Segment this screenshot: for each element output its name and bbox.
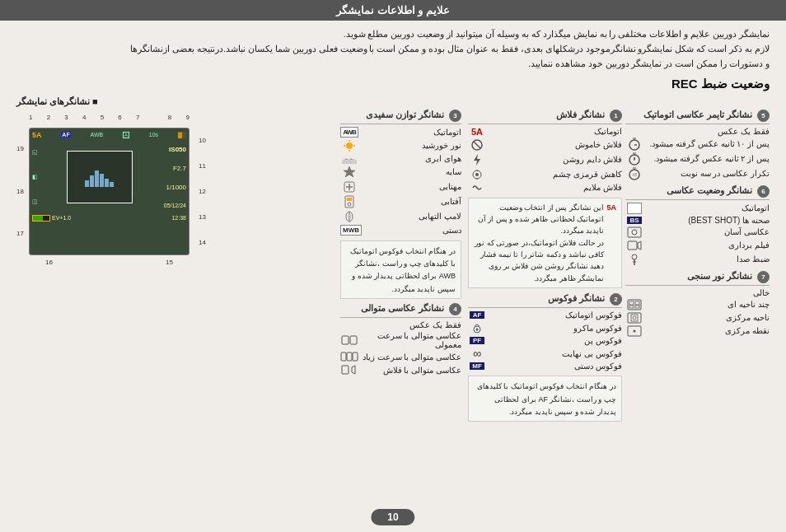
svg-point-29 — [634, 329, 636, 332]
timer-row-4: تکرار عکاسی در سه نوبت 3× — [625, 167, 770, 180]
pm-r4-icon — [625, 240, 643, 251]
cam-num-1: 1 — [29, 114, 32, 121]
cam-num-4: 4 — [82, 114, 86, 121]
pm-row-3: عکاسی آسان — [625, 226, 770, 238]
wb-r5-icon — [340, 180, 358, 194]
col-flash-focus: 1 نشانگر فلاش اتوماتیک 5A فلاش خاموش — [465, 110, 625, 422]
lcd-battery-bar — [32, 215, 50, 222]
flash-row-5: فلاش ملایم — [468, 183, 622, 193]
focus-title-text: نشانگر فوکوس — [548, 293, 605, 303]
pm-r5-icon — [625, 253, 643, 266]
focus-num: 2 — [610, 293, 622, 306]
svg-rect-24 — [635, 306, 639, 308]
pm-r2-text: صحنه ها (BEST SHOT) — [647, 216, 770, 225]
indicators-section-label: ■ نشانگرهای نمایشگر — [16, 96, 770, 107]
svg-point-39 — [346, 142, 353, 149]
flash-title-text: نشانگر فلاش — [556, 110, 605, 119]
svg-marker-16 — [638, 241, 641, 250]
pf-icon: PF — [470, 337, 484, 344]
focus-panel-title: 2 نشانگر فوکوس — [468, 293, 622, 308]
lcd-icon-af: AF — [61, 132, 70, 138]
pm-row-2: صحنه ها (BEST SHOT) BS — [625, 216, 770, 225]
svg-rect-56 — [347, 352, 352, 361]
lcd-timer-val: 10s — [149, 132, 158, 138]
cam-top-nums: 1 2 3 4 5 6 7 8 9 — [29, 114, 189, 121]
lcd-bot-row-1: EV+1.0 12:38 — [32, 215, 186, 222]
hist-3 — [95, 170, 99, 187]
flash-r2-icon — [468, 138, 486, 152]
auto-square-icon — [627, 203, 642, 214]
camera-lcd: 5A AF AWB A 10s ▓░ ◱ — [29, 128, 189, 255]
timer-panel-title: 5 نشانگر تایمر عکاسی اتوماتیک — [625, 110, 770, 124]
timer-r1-text: فقط یک عکس — [625, 127, 770, 136]
timer-title-text: نشانگر تایمر عکاسی اتوماتیک — [643, 110, 752, 119]
mwb-icon: MWB — [340, 225, 362, 236]
svg-rect-54 — [350, 336, 357, 344]
focus-row-4: فوکوس بی نهایت ∞ — [468, 347, 622, 360]
light-row-2: چند ناحیه ای — [625, 299, 770, 310]
wb-title-text: نشانگر توازن سفیدی — [366, 110, 444, 119]
flash-row-4: کاهش قرمزی چشم — [468, 168, 622, 181]
lcd-vf-container — [47, 140, 152, 214]
svg-point-34 — [475, 173, 479, 176]
flash-panel: 1 نشانگر فلاش اتوماتیک 5A فلاش خاموش — [468, 110, 622, 193]
lcd-ev-val: EV+1.0 — [52, 215, 71, 221]
lcd-shutter: 1/1000 — [152, 184, 186, 191]
wb-r6-icon — [340, 195, 358, 208]
cam-bn-15: 15 — [166, 259, 173, 266]
intro-line1: نمایشگر دوربین علایم و اطلاعات مختلفی را… — [16, 27, 770, 42]
af-icon: AF — [470, 311, 484, 319]
timer-row-2: پس از ۱۰ ثانیه عکس گرفته میشود. — [625, 138, 770, 151]
light-num: 7 — [757, 271, 770, 283]
cont-row-1: فقط یک عکس — [340, 320, 461, 329]
svg-rect-57 — [353, 352, 358, 361]
wb-r7-icon — [340, 210, 358, 223]
flash-row-3: فلاش دایم روشن — [468, 153, 622, 166]
timer-row-3: پس از ۲ ثانیه عکس گرفته میشود. 2 — [625, 152, 770, 166]
light-r4-icon — [625, 325, 643, 337]
svg-rect-22 — [635, 301, 639, 305]
lcd-mid-row: ◱ ◧ ◫ — [30, 140, 189, 214]
cam-num-9: 9 — [185, 114, 189, 121]
wb-row-8: دستی MWB — [340, 225, 461, 236]
wb-row-1: اتوماتیک AWB — [340, 127, 461, 138]
timer-num: 5 — [757, 110, 770, 122]
cam-num-2: 2 — [47, 114, 50, 121]
focus-r2-icon — [468, 321, 486, 334]
lcd-date: 05/12/24 — [152, 203, 186, 208]
cam-num-3: 3 — [64, 114, 68, 121]
timer-r4-text: تکرار عکاسی در سه نوبت — [647, 169, 770, 178]
wb-row-4: سایه — [340, 166, 461, 179]
page-num-text: 10 — [387, 511, 398, 523]
col-wb-cont: 3 نشانگر توازن سفیدی اتوماتیک AWB نور خو… — [337, 110, 465, 422]
lcd-top-row: 5A AF AWB A 10s ▓░ — [32, 131, 186, 139]
pm-row-5: ضبط صدا — [625, 253, 770, 266]
mf-icon: MF — [470, 362, 484, 370]
cam-num-8: 8 — [168, 114, 171, 121]
cam-num-7: 7 — [136, 114, 139, 121]
lcd-icon-sa: 5A — [32, 131, 42, 139]
svg-rect-48 — [347, 198, 352, 201]
header-title: علایم و اطلاعات نمایشگر — [336, 4, 450, 16]
cont-r4-text: عکاسی متوالی با فلاش — [362, 366, 461, 375]
cont-r3-icon — [340, 351, 358, 362]
camera-outer: 1 2 3 4 5 6 7 8 9 — [16, 110, 206, 266]
photo-mode-title-text: نشانگر وضعیت عکاسی — [667, 185, 752, 195]
lcd-left-icons: ◱ ◧ ◫ — [32, 140, 47, 214]
cam-ln-18: 18 — [16, 188, 24, 195]
lcd-li-3: ◫ — [32, 198, 47, 205]
wb-r8-text: دستی — [365, 226, 461, 235]
intro-line3: و دستورات را ممکن است در نمایشگر دوربین … — [16, 57, 770, 72]
cam-num-6: 6 — [118, 114, 121, 121]
light-r2-icon — [625, 299, 643, 310]
flash-r4-text: کاهش قرمزی چشم — [489, 170, 622, 179]
cam-ln-19: 19 — [16, 145, 24, 152]
focus-note-text: در هنگام انتخاب فوکوس اتوماتیک با کلیدها… — [477, 382, 616, 416]
wb-row-3: هوای ابری — [340, 154, 461, 164]
focus-r5-text: فوکوس دستی — [489, 362, 622, 371]
intro-section: نمایشگر دوربین علایم و اطلاعات مختلفی را… — [16, 27, 770, 72]
svg-rect-58 — [342, 366, 349, 374]
wb-panel: 3 نشانگر توازن سفیدی اتوماتیک AWB نور خو… — [340, 110, 461, 236]
flash-row-1: اتوماتیک 5A — [468, 127, 622, 137]
pm-r1-icon — [625, 203, 643, 214]
